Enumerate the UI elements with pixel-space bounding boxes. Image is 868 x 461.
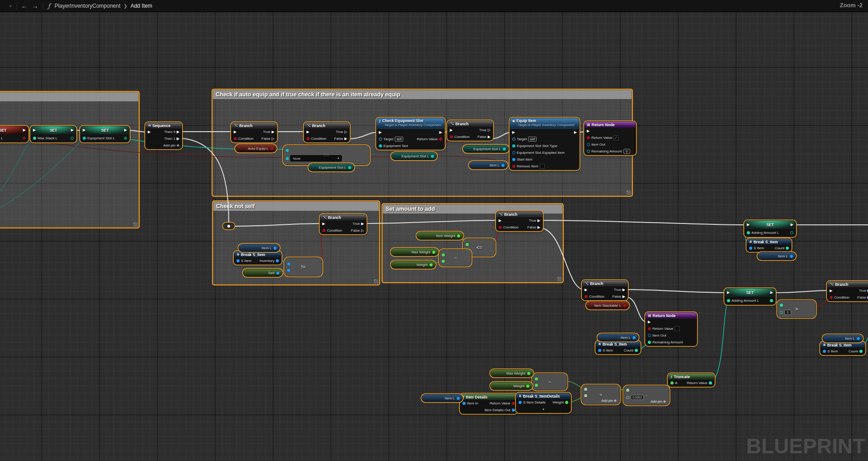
op-not-equal[interactable]: !=: [285, 258, 322, 276]
data-pin[interactable]: [457, 397, 460, 400]
data-pin[interactable]: [512, 144, 515, 147]
data-pin[interactable]: [501, 164, 505, 167]
data-pin[interactable]: [429, 263, 433, 266]
exec-pin[interactable]: ▶: [439, 131, 442, 134]
reroute-exec[interactable]: [223, 223, 234, 229]
exec-pin[interactable]: ▶: [499, 219, 501, 223]
exec-pin[interactable]: ▶: [361, 222, 364, 226]
data-pin[interactable]: [286, 149, 289, 152]
data-pin[interactable]: [598, 349, 601, 352]
data-pin[interactable]: [587, 136, 590, 139]
data-pin[interactable]: [276, 271, 279, 275]
data-pin[interactable]: [859, 350, 863, 353]
exec-pin[interactable]: ▶: [124, 128, 127, 132]
data-pin[interactable]: [512, 165, 515, 168]
op-add[interactable]: 0.0001+Add pin ⊕: [624, 386, 669, 405]
exec-pin[interactable]: ▷: [272, 137, 274, 141]
exec-pin[interactable]: ▶: [587, 129, 590, 133]
data-pin[interactable]: [322, 229, 326, 232]
expand-chevron-icon[interactable]: ▾: [519, 408, 568, 411]
enum-dropdown[interactable]: None▾: [290, 155, 342, 162]
sequence[interactable]: ⇉Sequence▶Then 0▶Then 1▶Add pin ⊕: [146, 123, 182, 149]
set-max-stack[interactable]: ▶SET▶Max Stack L: [31, 126, 76, 142]
data-pin[interactable]: [124, 137, 127, 140]
data-pin[interactable]: [512, 409, 515, 412]
get-auto-equip[interactable]: Auto Equip L: [236, 145, 276, 152]
exec-pin[interactable]: ▶: [322, 222, 325, 226]
break-s-item-notself[interactable]: ⋔Break S_ItemS ItemInventory: [234, 252, 281, 264]
break-s-item-top[interactable]: ⋔Break S_ItemS ItemCount: [747, 239, 791, 252]
op-subtract-weight[interactable]: –: [439, 250, 471, 266]
op-divide[interactable]: ÷Add pin ⊕: [582, 385, 620, 404]
op-greater[interactable]: 0>: [778, 300, 816, 318]
data-pin[interactable]: [431, 155, 434, 158]
data-pin[interactable]: [635, 349, 638, 352]
data-pin[interactable]: [565, 401, 568, 404]
data-pin[interactable]: [623, 304, 626, 307]
data-pin[interactable]: [348, 166, 351, 169]
data-pin[interactable]: [709, 381, 712, 385]
data-pin[interactable]: [276, 259, 279, 262]
exec-pin[interactable]: ▶: [623, 295, 625, 299]
exec-pin[interactable]: ▶: [450, 128, 453, 132]
data-pin[interactable]: [648, 334, 651, 337]
exec-pin[interactable]: ▶: [727, 291, 730, 295]
data-pin[interactable]: [727, 299, 730, 302]
data-pin[interactable]: [234, 137, 237, 140]
branch-stackable[interactable]: ⌥Branch▶True▶ConditionFalse▶: [582, 280, 627, 300]
data-pin[interactable]: [379, 144, 382, 147]
break-s-itemdetails[interactable]: ⋔Break S_ItemDetailsS Item DetailsWeight…: [516, 393, 571, 413]
data-pin[interactable]: [503, 147, 506, 151]
op-equals-enum[interactable]: None▾==: [283, 146, 369, 165]
value-field[interactable]: 0: [623, 149, 630, 154]
get-item-stackable[interactable]: Item Stackable L: [586, 302, 629, 309]
data-pin[interactable]: [747, 231, 750, 234]
get-max-weight-a[interactable]: Max Weight: [391, 248, 438, 256]
data-pin[interactable]: [457, 234, 460, 238]
exec-pin[interactable]: ▷: [488, 128, 491, 132]
exec-pin[interactable]: ▶: [307, 130, 309, 134]
data-pin[interactable]: [749, 247, 752, 250]
data-pin[interactable]: [432, 251, 435, 254]
data-pin[interactable]: [23, 137, 26, 140]
exec-pin[interactable]: ▶: [830, 289, 832, 293]
branch-auto-equip[interactable]: ⌥Branch▶True▶ConditionFalse▷: [231, 123, 277, 142]
exec-pin[interactable]: ▶: [33, 128, 36, 132]
get-weight-b[interactable]: Weight: [491, 382, 532, 390]
forward-button[interactable]: →: [32, 2, 38, 10]
exec-pin[interactable]: ▶: [344, 137, 347, 141]
breadcrumb-current[interactable]: Add Item: [131, 3, 152, 9]
data-pin[interactable]: [790, 231, 793, 234]
exec-pin[interactable]: ▶: [83, 128, 85, 132]
equip-item[interactable]: ◆Equip ItemTarget is Player Inventory Co…: [510, 118, 579, 170]
data-pin[interactable]: [499, 226, 502, 229]
back-button[interactable]: ←: [21, 2, 28, 10]
data-pin[interactable]: [466, 243, 469, 246]
graph-canvas[interactable]: Check if auto equip and if true check if…: [0, 12, 868, 461]
data-pin[interactable]: [236, 259, 240, 262]
get-item-c[interactable]: Item L: [758, 252, 796, 260]
data-pin[interactable]: [287, 262, 290, 266]
data-pin[interactable]: [33, 137, 36, 140]
get-weight-a[interactable]: Weight: [391, 261, 435, 268]
data-pin[interactable]: [439, 138, 442, 141]
value-field[interactable]: self: [395, 137, 403, 142]
break-s-item-bottom[interactable]: ⋔Break S_ItemS ItemCount: [821, 342, 865, 355]
data-pin[interactable]: [274, 247, 277, 250]
data-pin[interactable]: [648, 327, 651, 330]
get-item-e[interactable]: Item L: [823, 335, 863, 342]
data-pin[interactable]: [512, 151, 515, 154]
exec-pin[interactable]: ▶: [488, 135, 491, 139]
data-pin[interactable]: [535, 377, 538, 380]
exec-pin[interactable]: ▶: [272, 130, 274, 134]
set-stackable[interactable]: ▶SET▶Stackable L: [0, 126, 28, 142]
data-pin[interactable]: [287, 269, 290, 272]
data-pin[interactable]: [512, 402, 515, 405]
data-pin[interactable]: [270, 147, 274, 150]
data-pin[interactable]: [512, 138, 515, 141]
return-node-equip[interactable]: ▦Return Node▶Return Value✓Item OutRemain…: [585, 122, 636, 155]
truncate[interactable]: ƒTruncateAReturn Value: [668, 374, 714, 386]
data-pin[interactable]: [379, 138, 382, 141]
exec-pin[interactable]: ▷: [361, 229, 364, 233]
breadcrumb-root[interactable]: PlayerInventoryComponent: [55, 3, 120, 9]
